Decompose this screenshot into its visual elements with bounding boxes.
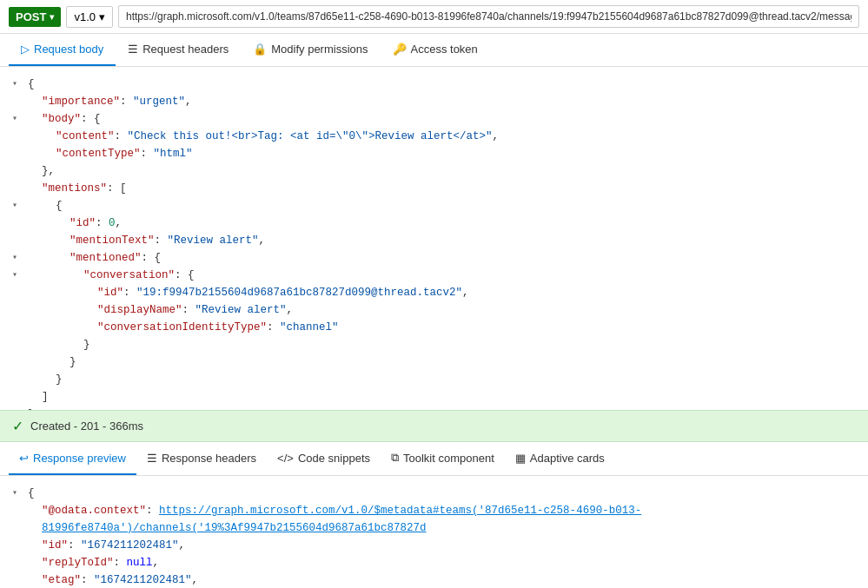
response-preview-label: Response preview — [33, 452, 126, 465]
tab-request-body[interactable]: ▷ Request body — [9, 34, 116, 66]
code-line: "@odata.context": https://graph.microsof… — [12, 502, 856, 537]
chevron — [12, 371, 26, 386]
code-line: }, — [12, 162, 856, 180]
code-line: } — [12, 353, 856, 371]
code-line: } — [12, 336, 856, 353]
top-bar: POST ▾ v1.0 ▾ — [0, 0, 868, 34]
chevron — [12, 145, 26, 161]
status-text: Created - 201 - 366ms — [30, 420, 143, 433]
status-bar: ✓ Created - 201 - 366ms — [0, 410, 868, 442]
code-line: "id": 0, — [12, 215, 856, 232]
adaptive-cards-icon: ▦ — [515, 452, 526, 465]
response-preview-icon: ↩ — [19, 452, 29, 465]
method-button[interactable]: POST ▾ — [9, 7, 61, 27]
code-line: "id": "1674211202481", — [12, 537, 856, 554]
request-headers-icon: ☰ — [128, 43, 138, 56]
request-headers-label: Request headers — [142, 43, 229, 56]
chevron[interactable]: ▾ — [12, 197, 26, 213]
tab-request-headers[interactable]: ☰ Request headers — [116, 34, 241, 66]
method-label: POST — [16, 10, 46, 23]
code-line: "mentions": [ — [12, 180, 856, 197]
code-line: ▾ "conversation": { — [12, 267, 856, 284]
code-line: ▾ "body": { — [12, 110, 856, 128]
status-icon: ✓ — [12, 418, 23, 434]
chevron — [12, 128, 26, 143]
modify-permissions-icon: 🔒 — [253, 43, 267, 56]
code-line: ▾ { — [12, 76, 856, 93]
chevron[interactable]: ▾ — [12, 110, 26, 126]
chevron[interactable]: ▾ — [12, 76, 26, 91]
tab-toolkit-component[interactable]: ⧉ Toolkit component — [381, 442, 505, 475]
code-snippets-icon: </> — [277, 452, 294, 465]
code-line: "etag": "1674211202481", — [12, 571, 856, 588]
code-line: } — [12, 371, 856, 388]
response-tabs-row: ↩ Response preview ☰ Response headers </… — [0, 442, 868, 476]
code-line: ▾ { — [12, 485, 856, 502]
chevron — [12, 571, 26, 587]
chevron — [12, 406, 26, 410]
version-button[interactable]: v1.0 ▾ — [66, 6, 113, 28]
chevron — [12, 93, 26, 109]
chevron[interactable]: ▾ — [12, 267, 26, 282]
code-line: "conversationIdentityType": "channel" — [12, 319, 856, 336]
response-headers-label: Response headers — [162, 452, 256, 465]
toolkit-component-icon: ⧉ — [391, 451, 399, 465]
tab-modify-permissions[interactable]: 🔒 Modify permissions — [241, 34, 380, 66]
chevron[interactable]: ▾ — [12, 485, 26, 500]
code-line: "replyToId": null, — [12, 554, 856, 571]
access-token-icon: 🔑 — [393, 43, 407, 56]
code-snippets-label: Code snippets — [298, 452, 370, 465]
tab-code-snippets[interactable]: </> Code snippets — [267, 443, 381, 475]
code-line: "content": "Check this out!<br>Tag: <at … — [12, 128, 856, 145]
chevron — [12, 502, 26, 518]
method-caret: ▾ — [50, 12, 54, 22]
request-body-icon: ▷ — [21, 43, 30, 56]
toolkit-component-label: Toolkit component — [403, 452, 494, 465]
code-line: "importance": "urgent", — [12, 93, 856, 110]
access-token-label: Access token — [411, 43, 478, 56]
chevron — [12, 180, 26, 195]
tab-adaptive-cards[interactable]: ▦ Adaptive cards — [505, 443, 615, 475]
tab-response-preview[interactable]: ↩ Response preview — [9, 443, 136, 475]
chevron — [12, 162, 26, 178]
chevron — [12, 388, 26, 404]
code-line: ▾ "mentioned": { — [12, 249, 856, 267]
code-line: "contentType": "html" — [12, 145, 856, 162]
chevron — [12, 537, 26, 552]
version-caret: ▾ — [99, 10, 105, 23]
chevron — [12, 232, 26, 248]
tab-response-headers[interactable]: ☰ Response headers — [136, 443, 267, 475]
code-line: "mentionText": "Review alert", — [12, 232, 856, 249]
code-line: ▾ { — [12, 197, 856, 215]
request-body-label: Request body — [34, 43, 103, 56]
version-label: v1.0 — [74, 10, 96, 23]
url-input[interactable] — [118, 5, 859, 28]
chevron — [12, 319, 26, 334]
adaptive-cards-label: Adaptive cards — [530, 452, 605, 465]
request-body-code: ▾ { "importance": "urgent", ▾ "body": { … — [0, 67, 868, 410]
chevron — [12, 554, 26, 570]
modify-permissions-label: Modify permissions — [271, 43, 368, 56]
chevron[interactable]: ▾ — [12, 249, 26, 265]
chevron — [12, 336, 26, 352]
response-headers-icon: ☰ — [147, 452, 157, 465]
code-line: "displayName": "Review alert", — [12, 301, 856, 319]
tab-access-token[interactable]: 🔑 Access token — [381, 34, 490, 66]
code-line: ] — [12, 388, 856, 406]
chevron — [12, 284, 26, 300]
request-tabs-row: ▷ Request body ☰ Request headers 🔒 Modif… — [0, 34, 868, 67]
chevron — [12, 353, 26, 369]
chevron — [12, 215, 26, 230]
code-line: "id": "19:f9947b2155604d9687a61bc87827d0… — [12, 284, 856, 301]
response-body-code: ▾ { "@odata.context": https://graph.micr… — [0, 476, 868, 588]
chevron — [12, 301, 26, 317]
